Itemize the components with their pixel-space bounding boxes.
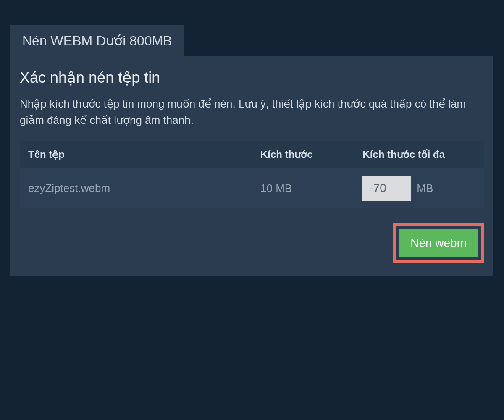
button-row: Nén webm xyxy=(20,223,484,263)
cell-size: 10 MB xyxy=(252,168,354,208)
column-filename: Tên tệp xyxy=(20,141,252,168)
tab-compress-webm[interactable]: Nén WEBM Dưới 800MB xyxy=(10,25,184,56)
table-header-row: Tên tệp Kích thước Kích thước tối đa xyxy=(20,141,484,168)
highlight-border: Nén webm xyxy=(393,223,484,263)
column-max-size: Kích thước tối đa xyxy=(354,141,484,168)
size-unit-label: MB xyxy=(417,182,433,195)
column-size: Kích thước xyxy=(252,141,354,168)
main-panel: Xác nhận nén tệp tin Nhập kích thước tệp… xyxy=(10,56,494,276)
panel-title: Xác nhận nén tệp tin xyxy=(20,69,484,87)
max-size-input[interactable] xyxy=(362,176,411,201)
cell-filename: ezyZiptest.webm xyxy=(20,168,252,208)
compress-button[interactable]: Nén webm xyxy=(399,229,478,257)
table-row: ezyZiptest.webm 10 MB MB xyxy=(20,168,484,208)
panel-description: Nhập kích thước tệp tin mong muốn để nén… xyxy=(20,96,484,129)
files-table: Tên tệp Kích thước Kích thước tối đa ezy… xyxy=(20,141,484,208)
cell-max-size: MB xyxy=(354,168,484,208)
